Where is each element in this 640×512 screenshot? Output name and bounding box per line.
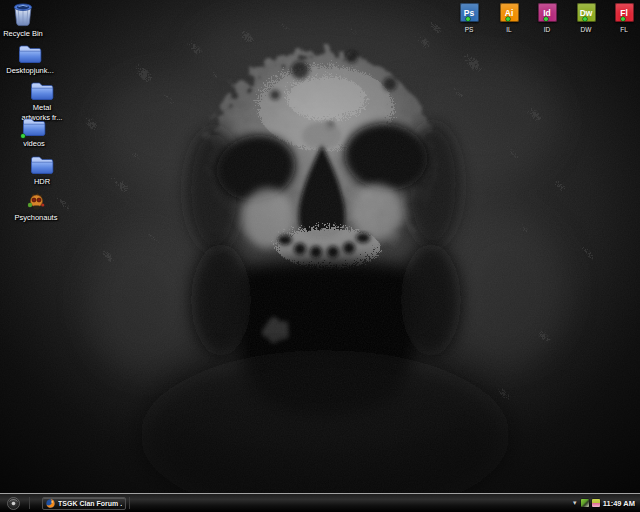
shortcut-dreamweaver[interactable]: Dw DW: [575, 3, 597, 33]
desktop[interactable]: Recycle Bin Desktopjunk... Metal artwork…: [0, 0, 640, 512]
taskbar-divider: [29, 497, 30, 509]
icon-label: Psychonauts: [15, 213, 58, 222]
taskbar-divider: [129, 497, 130, 509]
desktop-icon-videos[interactable]: videos: [2, 112, 66, 148]
task-button-label: TSGK Clan Forum ...: [58, 500, 122, 507]
shortcut-photoshop[interactable]: Ps PS: [458, 3, 480, 33]
icon-label: HDR: [34, 177, 50, 186]
tray-messenger-icon[interactable]: [581, 499, 589, 507]
folder-icon: [18, 39, 42, 64]
folder-icon: [30, 76, 54, 101]
icon-label: videos: [23, 139, 45, 148]
shortcut-indesign[interactable]: Id ID: [536, 3, 558, 33]
icon-label: Desktopjunk...: [6, 66, 54, 75]
green-dot-overlay-icon: [21, 134, 25, 138]
green-dot-overlay-icon: [583, 17, 587, 21]
start-button[interactable]: [7, 497, 20, 510]
shortcut-label: PS: [465, 26, 474, 33]
shortcut-illustrator[interactable]: Ai IL: [498, 3, 520, 33]
desktop-icon-recycle-bin[interactable]: Recycle Bin: [0, 2, 55, 38]
icon-label: Metal: [33, 103, 51, 112]
icon-label: Recycle Bin: [3, 29, 43, 38]
shortcut-label: DW: [581, 26, 592, 33]
shortcut-label: IL: [506, 26, 511, 33]
task-button-tsgk-clan-forum[interactable]: TSGK Clan Forum ...: [42, 497, 126, 510]
recycle-bin-icon: [12, 2, 34, 27]
green-dot-overlay-icon: [621, 17, 625, 21]
folder-icon: [22, 112, 46, 137]
shortcut-label: ID: [544, 26, 551, 33]
green-dot-overlay-icon: [544, 17, 548, 21]
taskbar-clock[interactable]: 11:49 AM: [603, 499, 635, 508]
folder-icon: [30, 150, 54, 175]
desktop-icon-psychonauts[interactable]: Psychonauts: [4, 186, 68, 222]
desktop-icon-hdr[interactable]: HDR: [10, 150, 74, 186]
hide-tray-icons-chevron-icon[interactable]: ▼: [572, 500, 578, 506]
tray-app-icon[interactable]: [592, 499, 600, 507]
desktop-icon-desktopjunk[interactable]: Desktopjunk...: [0, 39, 62, 75]
shortcut-flash[interactable]: Fl FL: [613, 3, 635, 33]
psychonauts-icon: [27, 186, 46, 211]
green-dot-overlay-icon: [506, 17, 510, 21]
firefox-icon: [46, 499, 55, 508]
green-dot-overlay-icon: [466, 17, 470, 21]
system-tray: ▼ 11:49 AM: [572, 499, 640, 508]
taskbar: TSGK Clan Forum ... ▼ 11:49 AM: [0, 493, 640, 512]
wallpaper-skull-image: [0, 0, 640, 512]
shortcut-label: FL: [620, 26, 628, 33]
